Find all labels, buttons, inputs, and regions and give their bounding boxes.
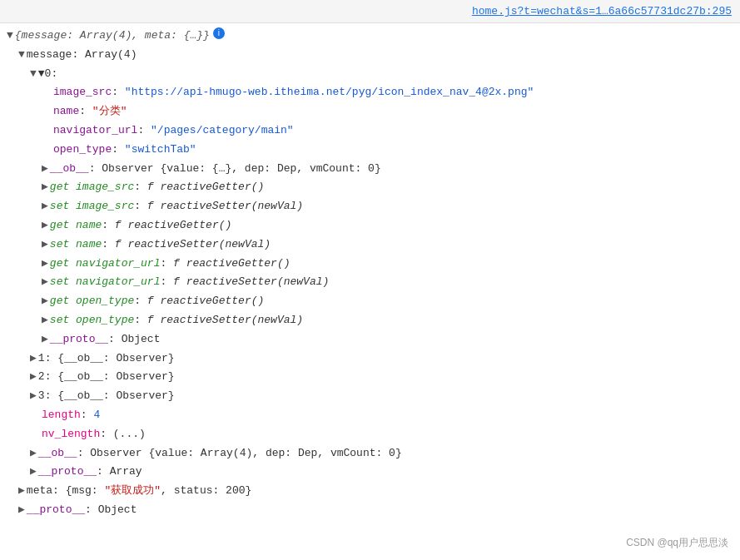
toggle-arrow[interactable] <box>42 293 48 310</box>
console-line: get image_src: f reactiveGetter() <box>0 178 740 197</box>
info-icon: i <box>213 27 225 39</box>
console-line: get open_type: f reactiveGetter() <box>0 292 740 311</box>
console-line: nv_length: (...) <box>0 425 740 444</box>
toggle-arrow[interactable] <box>42 255 48 273</box>
console-area: {message: Array(4), meta: {…}}imessage: … <box>0 23 740 553</box>
file-link[interactable]: home.js?t=wechat&s=1…6a66c57731dc27b:295 <box>472 5 732 17</box>
console-line: 2: {__ob__: Observer} <box>0 368 740 387</box>
console-line: open_type: "switchTab" <box>0 141 740 160</box>
watermark: CSDN @qq用户思思淡 <box>626 536 728 550</box>
toggle-arrow[interactable] <box>30 445 37 463</box>
console-line: message: Array(4) <box>0 46 740 65</box>
toggle-arrow[interactable] <box>42 236 48 254</box>
toggle-arrow[interactable] <box>42 331 48 349</box>
console-line: __proto__: Object <box>0 501 740 520</box>
toggle-arrow[interactable] <box>7 27 13 45</box>
console-line: set navigator_url: f reactiveSetter(newV… <box>0 273 740 292</box>
toggle-arrow[interactable] <box>42 198 48 216</box>
toggle-arrow[interactable] <box>30 350 37 368</box>
toggle-arrow[interactable] <box>30 463 37 481</box>
console-line: get navigator_url: f reactiveGetter() <box>0 255 740 274</box>
console-line: __proto__: Object <box>0 330 740 349</box>
console-line: 1: {__ob__: Observer} <box>0 349 740 369</box>
console-line: __ob__: Observer {value: {…}, dep: Dep, … <box>0 160 740 179</box>
toggle-arrow[interactable] <box>18 502 25 519</box>
toggle-arrow[interactable] <box>42 161 48 178</box>
toggle-arrow[interactable] <box>42 179 48 196</box>
toggle-arrow[interactable] <box>18 47 25 64</box>
console-line: name: "分类" <box>0 102 740 121</box>
console-line: image_src: "https://api-hmugo-web.itheim… <box>0 83 740 102</box>
console-line: ▼0: <box>0 65 740 84</box>
toggle-arrow[interactable] <box>42 217 48 235</box>
toggle-arrow[interactable] <box>42 274 48 291</box>
console-line: 3: {__ob__: Observer} <box>0 387 740 406</box>
toggle-arrow[interactable] <box>42 312 48 330</box>
console-line: meta: {msg: "获取成功", status: 200} <box>0 482 740 501</box>
console-line: {message: Array(4), meta: {…}}i <box>0 27 740 46</box>
console-line: length: 4 <box>0 406 740 425</box>
toggle-arrow[interactable] <box>30 388 37 405</box>
toggle-arrow[interactable] <box>30 369 37 386</box>
console-line: __proto__: Array <box>0 463 740 482</box>
console-line: set open_type: f reactiveSetter(newVal) <box>0 311 740 330</box>
console-line: set name: f reactiveSetter(newVal) <box>0 235 740 255</box>
toggle-arrow[interactable] <box>30 66 37 83</box>
toggle-arrow[interactable] <box>18 483 25 500</box>
console-line: navigator_url: "/pages/category/main" <box>0 121 740 141</box>
console-line: get name: f reactiveGetter() <box>0 216 740 235</box>
console-line: set image_src: f reactiveSetter(newVal) <box>0 197 740 216</box>
top-bar: home.js?t=wechat&s=1…6a66c57731dc27b:295 <box>0 0 740 23</box>
console-line: __ob__: Observer {value: Array(4), dep: … <box>0 444 740 463</box>
